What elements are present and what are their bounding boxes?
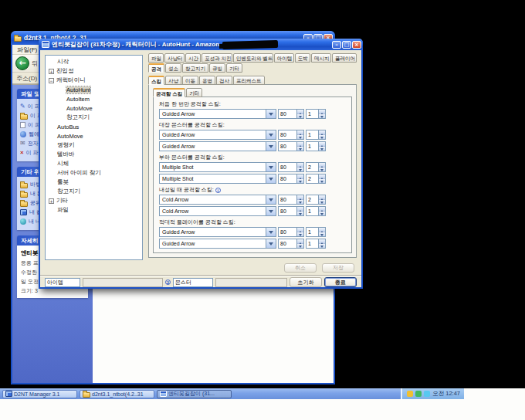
spinner-down-icon[interactable]: [319, 168, 325, 171]
spinner-down-icon[interactable]: [319, 147, 325, 151]
chevron-down-icon[interactable]: [266, 207, 276, 215]
spinner-down-icon[interactable]: [319, 179, 325, 183]
chevron-down-icon[interactable]: [266, 174, 276, 183]
collapse-icon[interactable]: −: [49, 78, 54, 83]
tree-item-entrypoint[interactable]: +진입점: [46, 66, 142, 76]
first-attack-skill-select[interactable]: Guided Arrow: [159, 109, 276, 119]
tab-inventory-belt[interactable]: 인벤토리와 벨트: [233, 53, 273, 63]
hostile-player-skill-select-1[interactable]: Guided Arrow: [159, 227, 276, 237]
tab-potion-chicken[interactable]: 포션과 치킨: [202, 53, 232, 63]
skill-count-spinner[interactable]: 1: [306, 130, 326, 140]
skill-range-spinner[interactable]: 80: [278, 174, 304, 184]
taskbar-button-folder[interactable]: d2nt3.1_ntbot(4.2..31: [80, 390, 154, 398]
dialog-titlebar[interactable]: 엔티봇길잡이 (31차수정) - 캐릭터이니 - AutoHunt - Amaz…: [39, 39, 363, 50]
tree-item-commandkeys[interactable]: 명령키: [46, 141, 142, 150]
chevron-down-icon[interactable]: [266, 130, 276, 139]
spinner-down-icon[interactable]: [297, 232, 303, 236]
skill-count-spinner[interactable]: 1: [306, 141, 326, 151]
tree-item-serverip[interactable]: 서버 아이피 찾기: [46, 168, 142, 178]
spinner-down-icon[interactable]: [319, 212, 325, 215]
spinner-down-icon[interactable]: [297, 212, 303, 215]
save-button[interactable]: 저장: [322, 263, 354, 273]
chevron-down-icon[interactable]: [266, 110, 276, 118]
expand-icon[interactable]: +: [49, 69, 54, 74]
item-input[interactable]: [45, 278, 80, 287]
monster-input[interactable]: [173, 278, 213, 287]
tree-item-stashkeeper[interactable]: 창고지기: [46, 113, 142, 122]
tree-item-autohunt[interactable]: AutoHunt: [46, 85, 142, 94]
tab-file[interactable]: 파일: [148, 53, 164, 63]
spinner-down-icon[interactable]: [319, 244, 325, 248]
spinner-down-icon[interactable]: [319, 114, 325, 118]
tree-item-stashkeeper2[interactable]: 창고지기: [46, 187, 142, 196]
hostile-player-skill-select-2[interactable]: Guided Arrow: [159, 239, 276, 249]
tree-item-automove2[interactable]: AutoMove: [46, 131, 142, 141]
spinner-down-icon[interactable]: [297, 114, 303, 118]
close-button[interactable]: ×: [352, 41, 361, 49]
reset-button[interactable]: 초기화: [290, 277, 322, 287]
spinner-down-icon[interactable]: [297, 244, 303, 248]
skill-count-spinner[interactable]: 1: [306, 109, 326, 119]
tree-item-etc[interactable]: +기타: [46, 196, 142, 205]
tray-icon-1[interactable]: [407, 391, 413, 397]
menu-file[interactable]: 파일(F): [17, 46, 37, 54]
taskbar-button-bot-dialog[interactable]: 엔티봇길잡이 (31...: [157, 390, 232, 398]
skill-range-spinner[interactable]: 80: [278, 227, 304, 237]
taskbar-button-d2nt-manager[interactable]: D2NT Manager 3.1: [2, 390, 77, 398]
tab-shrine[interactable]: 성소: [165, 63, 181, 73]
exit-button[interactable]: 종료: [324, 277, 357, 287]
tree-item-start[interactable]: 시작: [46, 57, 142, 66]
tree-item-autoitem[interactable]: AutoItem: [46, 94, 142, 103]
tab-skill[interactable]: 스킬: [148, 76, 164, 85]
tab-attack-skill[interactable]: 공격할 스킬: [153, 88, 185, 97]
skill-range-spinner[interactable]: 80: [278, 206, 304, 216]
boss-attack-skill-select-2[interactable]: Guided Arrow: [159, 141, 276, 151]
tab-time[interactable]: 시간: [185, 53, 201, 63]
tab-precast[interactable]: 프리캐스트: [233, 76, 265, 85]
skill-count-spinner[interactable]: 1: [306, 227, 326, 237]
skill-count-spinner[interactable]: 2: [306, 174, 326, 184]
tree-item-autobus[interactable]: AutoBus: [46, 122, 142, 131]
chevron-down-icon[interactable]: [266, 228, 276, 236]
tree-item-file[interactable]: 파일: [46, 205, 142, 215]
tab-message[interactable]: 메시지: [311, 53, 331, 63]
skill-count-spinner[interactable]: 1: [306, 206, 326, 216]
skill-range-spinner[interactable]: 80: [278, 141, 304, 151]
minion-attack-skill-select-2[interactable]: Multiple Shot: [159, 174, 276, 184]
tab-item[interactable]: 아이템: [274, 53, 294, 63]
skill-count-spinner[interactable]: 2: [306, 195, 326, 205]
spinner-down-icon[interactable]: [297, 200, 303, 204]
tab-cubing[interactable]: 큐빙: [209, 63, 225, 73]
tree-item-character[interactable]: −캐릭터이니: [46, 76, 142, 85]
chevron-down-icon[interactable]: [266, 239, 276, 248]
tab-hunt[interactable]: 사냥: [165, 76, 181, 85]
cancel-button[interactable]: 취소: [284, 263, 317, 273]
spinner-down-icon[interactable]: [297, 147, 303, 151]
boss-attack-skill-select-1[interactable]: Guided Arrow: [159, 130, 276, 140]
maximize-button[interactable]: □: [342, 41, 351, 49]
minion-attack-skill-select-1[interactable]: Multiple Shot: [159, 162, 276, 172]
chevron-down-icon[interactable]: [266, 163, 276, 171]
tab-etc[interactable]: 기타: [226, 63, 242, 73]
tab-move[interactable]: 이동: [182, 76, 198, 85]
tab-check[interactable]: 검사: [216, 76, 232, 85]
minimize-button[interactable]: –: [332, 41, 341, 49]
tab-hunting-area[interactable]: 사냥터: [164, 53, 185, 63]
tree-item-toolbot[interactable]: 툴봇: [46, 178, 142, 187]
spinner-down-icon[interactable]: [319, 232, 325, 236]
spinner-down-icon[interactable]: [297, 135, 303, 139]
immune-attack-skill-select-1[interactable]: Cold Arrow: [159, 195, 276, 205]
skill-range-spinner[interactable]: 80: [278, 195, 304, 205]
skill-count-spinner[interactable]: 2: [306, 162, 326, 172]
tray-icon-3[interactable]: [424, 391, 430, 397]
tab-stashkeeper[interactable]: 창고지기: [182, 63, 208, 73]
tree-item-automove[interactable]: AutoMove: [46, 103, 142, 113]
tree-item-corpse[interactable]: 시체: [46, 159, 142, 168]
skill-range-spinner[interactable]: 80: [278, 239, 304, 249]
tree-item-telbaba[interactable]: 텔바바: [46, 150, 142, 159]
tab-attack-etc[interactable]: 기타: [186, 88, 202, 97]
skill-range-spinner[interactable]: 80: [278, 109, 304, 119]
skill-range-spinner[interactable]: 80: [278, 130, 304, 140]
immune-attack-skill-select-2[interactable]: Cold Arrow: [159, 206, 276, 216]
tab-player[interactable]: 플레이어: [332, 53, 357, 63]
